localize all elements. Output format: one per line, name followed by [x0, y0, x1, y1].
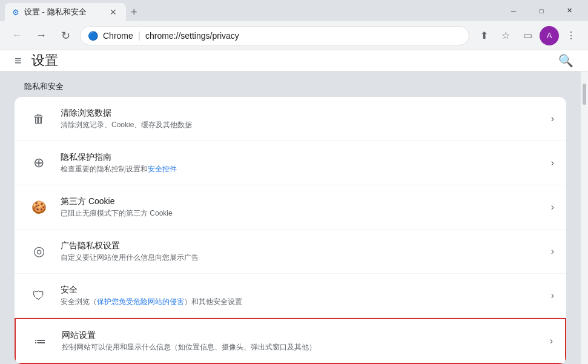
forward-button[interactable]: → [31, 26, 51, 45]
site-settings-icon: ≔ [28, 329, 52, 353]
search-icon[interactable]: 🔍 [558, 53, 573, 68]
section-header: 隐私和安全 [15, 81, 566, 92]
arrow-icon: › [550, 336, 553, 346]
item-title: 第三方 Cookie [61, 196, 546, 207]
arrow-icon: › [551, 290, 554, 301]
privacy-section: 隐私和安全 🗑 清除浏览数据 清除浏览记录、Cookie、缓存及其他数据 › [0, 71, 581, 364]
arrow-icon: › [551, 202, 554, 213]
sidebar-button[interactable]: ▭ [518, 26, 537, 45]
scrollbar-thumb[interactable] [583, 84, 586, 105]
cookies-icon: 🍪 [27, 195, 51, 219]
item-subtitle: 清除浏览记录、Cookie、缓存及其他数据 [61, 120, 546, 130]
minimize-button[interactable]: ─ [500, 2, 527, 20]
menu-button[interactable]: ⋮ [561, 26, 581, 45]
content-scroll: 隐私和安全 🗑 清除浏览数据 清除浏览记录、Cookie、缓存及其他数据 › [0, 71, 581, 364]
link-text: 安全控件 [148, 165, 177, 173]
item-content: 网站设置 控制网站可以使用和显示什么信息（如位置信息、摄像头、弹出式窗口及其他） [62, 330, 545, 352]
url-brand: Chrome [103, 31, 133, 41]
settings-card: 🗑 清除浏览数据 清除浏览记录、Cookie、缓存及其他数据 › ⊕ 隐私保 [15, 97, 566, 364]
list-item[interactable]: 🗑 清除浏览数据 清除浏览记录、Cookie、缓存及其他数据 › [15, 97, 566, 141]
tab-close-icon[interactable]: ✕ [108, 7, 119, 18]
tab-title: 设置 - 隐私和安全 [24, 7, 103, 18]
close-button[interactable]: ✕ [555, 2, 583, 20]
site-icon: 🔵 [88, 31, 98, 41]
ad-privacy-icon: ◎ [27, 239, 51, 263]
item-content: 第三方 Cookie 已阻止无痕模式下的第三方 Cookie [61, 196, 546, 219]
tab-favicon-icon: ⚙ [12, 8, 19, 17]
url-path: chrome://settings/privacy [145, 31, 239, 41]
link-text: 保护您免受危险网站的侵害 [97, 297, 184, 306]
window-controls: ─ □ ✕ [500, 2, 583, 20]
item-content: 清除浏览数据 清除浏览记录、Cookie、缓存及其他数据 [61, 108, 546, 130]
arrow-icon: › [551, 113, 554, 124]
main-wrapper: 隐私和安全 🗑 清除浏览数据 清除浏览记录、Cookie、缓存及其他数据 › [0, 71, 588, 364]
maximize-button[interactable]: □ [527, 2, 555, 20]
clear-browsing-icon: 🗑 [27, 107, 51, 131]
item-title: 网站设置 [62, 330, 545, 341]
item-content: 隐私保护指南 检查重要的隐私控制设置和安全控件 [61, 152, 546, 174]
title-bar: ⚙ 设置 - 隐私和安全 ✕ + ─ □ ✕ [0, 0, 588, 21]
list-item[interactable]: 🍪 第三方 Cookie 已阻止无痕模式下的第三方 Cookie › [15, 185, 566, 230]
address-bar: ← → ↻ 🔵 Chrome | chrome://settings/priva… [0, 21, 588, 50]
url-bar[interactable]: 🔵 Chrome | chrome://settings/privacy [80, 26, 469, 45]
item-subtitle: 自定义要让网站使用什么信息向您展示广告 [61, 253, 546, 263]
item-subtitle: 安全浏览（保护您免受危险网站的侵害）和其他安全设置 [61, 297, 546, 307]
item-subtitle: 控制网站可以使用和显示什么信息（如位置信息、摄像头、弹出式窗口及其他） [62, 342, 545, 352]
new-tab-button[interactable]: + [128, 4, 140, 21]
arrow-icon: › [551, 246, 554, 257]
tab-bar: ⚙ 设置 - 隐私和安全 ✕ + [5, 0, 500, 21]
active-tab[interactable]: ⚙ 设置 - 隐私和安全 ✕ [5, 3, 126, 21]
item-title: 隐私保护指南 [61, 152, 546, 163]
privacy-guide-icon: ⊕ [27, 151, 51, 175]
bookmark-button[interactable]: ☆ [496, 26, 515, 45]
share-button[interactable]: ⬆ [474, 26, 494, 45]
settings-wrapper: ≡ 设置 🔍 隐私和安全 🗑 清除浏览数据 清除浏览记录、Cookie、缓存及其… [0, 50, 588, 364]
item-subtitle: 已阻止无痕模式下的第三方 Cookie [61, 208, 546, 219]
arrow-icon: › [551, 157, 554, 168]
item-title: 广告隐私权设置 [61, 240, 546, 251]
list-item[interactable]: ≔ 网站设置 控制网站可以使用和显示什么信息（如位置信息、摄像头、弹出式窗口及其… [15, 318, 566, 364]
scrollbar[interactable] [581, 71, 588, 364]
list-item[interactable]: 🛡 安全 安全浏览（保护您免受危险网站的侵害）和其他安全设置 › [15, 274, 566, 318]
browser-window: ⚙ 设置 - 隐私和安全 ✕ + ─ □ ✕ ← → ↻ 🔵 Chrome | … [0, 0, 588, 364]
item-content: 安全 安全浏览（保护您免受危险网站的侵害）和其他安全设置 [61, 285, 546, 307]
settings-title: 设置 [31, 51, 58, 70]
item-title: 清除浏览数据 [61, 108, 546, 119]
hamburger-icon[interactable]: ≡ [15, 54, 22, 68]
address-actions: ⬆ ☆ ▭ A ⋮ [474, 26, 581, 45]
item-content: 广告隐私权设置 自定义要让网站使用什么信息向您展示广告 [61, 240, 546, 263]
settings-header: ≡ 设置 🔍 [0, 50, 588, 71]
list-item[interactable]: ⊕ 隐私保护指南 检查重要的隐私控制设置和安全控件 › [15, 141, 566, 185]
security-icon: 🛡 [27, 283, 51, 308]
url-separator: | [138, 30, 140, 41]
reload-button[interactable]: ↻ [56, 26, 75, 45]
profile-button[interactable]: A [540, 26, 559, 45]
item-subtitle: 检查重要的隐私控制设置和安全控件 [61, 164, 546, 174]
item-title: 安全 [61, 285, 546, 296]
back-button[interactable]: ← [7, 26, 27, 45]
list-item[interactable]: ◎ 广告隐私权设置 自定义要让网站使用什么信息向您展示广告 › [15, 230, 566, 274]
